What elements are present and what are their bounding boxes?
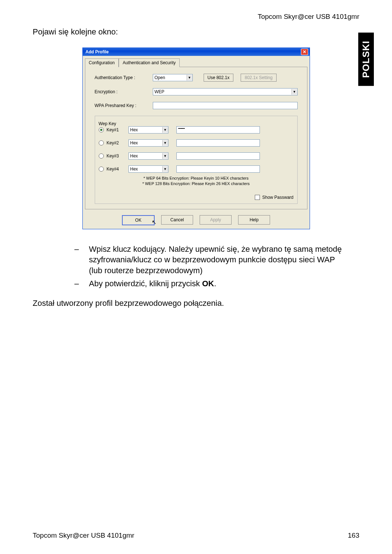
- key3-format-value: Hex: [130, 153, 138, 159]
- bullet-2-part-c: .: [214, 279, 216, 288]
- chevron-down-icon: ▼: [162, 127, 168, 133]
- auth-security-panel: Authentication Type : Open ▼ Use 802.1x …: [85, 67, 307, 209]
- wpa-key-input[interactable]: [153, 102, 298, 109]
- key1-radio[interactable]: [99, 127, 104, 132]
- tab-auth-security[interactable]: Authentication and Security: [119, 58, 180, 67]
- apply-button: Apply: [200, 215, 232, 225]
- key3-radio[interactable]: [99, 153, 104, 159]
- page-header-product: Topcom Skyr@cer USB 4101gmr: [33, 13, 359, 21]
- add-profile-dialog: Add Profile ✕ Configuration Authenticati…: [82, 48, 310, 229]
- wep-note-1: * WEP 64 Bits Encryption: Please Keyin 1…: [99, 176, 294, 181]
- key4-input[interactable]: [176, 165, 260, 173]
- key2-label: Key#2: [107, 140, 128, 145]
- dialog-title: Add Profile: [86, 49, 109, 54]
- key3-input[interactable]: [176, 152, 260, 160]
- auth-type-value: Open: [155, 75, 165, 80]
- dialog-titlebar: Add Profile ✕: [83, 48, 310, 56]
- key1-input[interactable]: ••••••••••: [176, 126, 260, 134]
- wpa-key-label: WPA Preshared Key :: [95, 103, 153, 108]
- key2-format-value: Hex: [130, 140, 138, 145]
- bullet-2-part-a: Aby potwierdzić, kliknij przycisk: [89, 279, 202, 288]
- key3-label: Key#3: [107, 153, 128, 159]
- encryption-value: WEP: [155, 89, 164, 94]
- key1-format-value: Hex: [130, 127, 138, 132]
- key3-format-select[interactable]: Hex ▼: [128, 152, 168, 160]
- language-tab: POLSKI: [358, 33, 374, 86]
- key4-format-value: Hex: [130, 167, 138, 172]
- show-password-label: Show Passward: [262, 195, 293, 200]
- bullet-dash: –: [74, 244, 89, 276]
- chevron-down-icon: ▼: [187, 75, 192, 81]
- conclusion-text: Został utworzony profil bezprzewodowego …: [33, 299, 359, 308]
- chevron-down-icon: ▼: [162, 140, 168, 146]
- key2-format-select[interactable]: Hex ▼: [128, 139, 168, 147]
- chevron-down-icon: ▼: [291, 89, 297, 95]
- key4-radio[interactable]: [99, 167, 104, 172]
- wep-key-fieldset: Wep Key Key#1 Hex ▼ •••••••••• Key#2: [95, 116, 298, 204]
- page-number: 163: [348, 532, 359, 539]
- cancel-button[interactable]: Cancel: [161, 215, 193, 225]
- wep-note-2: * WEP 128 Bits Encryption: Please Keyin …: [99, 181, 294, 186]
- show-password-checkbox[interactable]: [255, 195, 260, 200]
- chevron-down-icon: ▼: [162, 166, 168, 172]
- ok-button[interactable]: OK: [122, 215, 155, 225]
- key4-label: Key#4: [107, 167, 128, 172]
- footer-product: Topcom Skyr@cer USB 4101gmr: [33, 532, 134, 539]
- key2-input[interactable]: [176, 139, 260, 147]
- intro-text: Pojawi się kolejne okno:: [33, 27, 359, 37]
- bullet-1-text: Wpisz klucz kodujący. Należy upewnić się…: [89, 244, 345, 276]
- wep-key-legend: Wep Key: [97, 121, 118, 126]
- bullet-dash: –: [74, 278, 89, 289]
- tab-configuration[interactable]: Configuration: [85, 58, 119, 67]
- auth-type-select[interactable]: Open ▼: [153, 74, 193, 81]
- encryption-select[interactable]: WEP ▼: [153, 88, 298, 95]
- key4-format-select[interactable]: Hex ▼: [128, 165, 168, 173]
- auth-type-label: Authentication Type :: [95, 75, 153, 80]
- close-button[interactable]: ✕: [301, 49, 308, 55]
- key2-radio[interactable]: [99, 140, 104, 145]
- encryption-label: Encryption :: [95, 89, 153, 94]
- key1-label: Key#1: [107, 127, 128, 132]
- bullet-2-bold: OK: [202, 279, 214, 288]
- help-button[interactable]: Help: [238, 215, 270, 225]
- chevron-down-icon: ▼: [162, 153, 168, 159]
- close-icon: ✕: [303, 49, 306, 54]
- 8021x-setting-button: 802.1x Setting: [241, 74, 277, 82]
- bullet-2-text: Aby potwierdzić, kliknij przycisk OK.: [89, 278, 216, 289]
- key1-format-select[interactable]: Hex ▼: [128, 126, 168, 134]
- use-8021x-button[interactable]: Use 802.1x: [204, 74, 234, 82]
- wep-notes: * WEP 64 Bits Encryption: Please Keyin 1…: [99, 176, 294, 187]
